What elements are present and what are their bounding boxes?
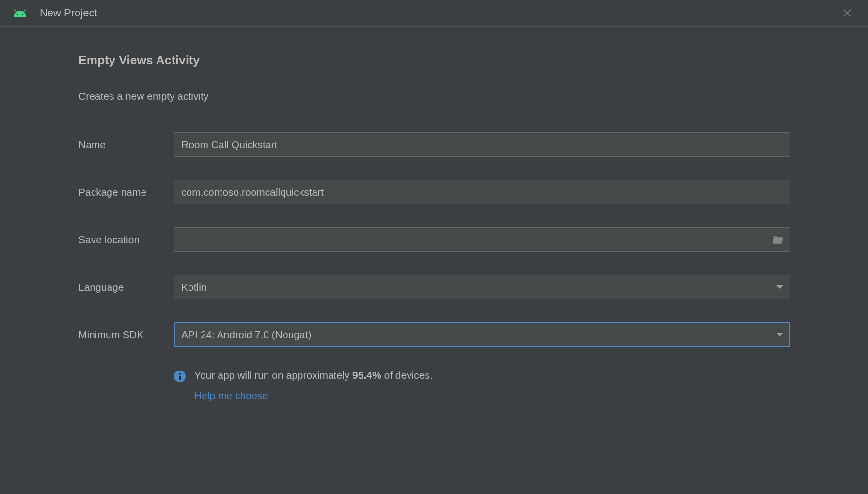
chevron-down-icon [776,285,783,289]
save-location-label: Save location [79,234,174,246]
content-area: Empty Views Activity Creates a new empty… [0,27,868,401]
package-name-input[interactable] [174,180,790,204]
window-title: New Project [40,7,97,19]
language-label: Language [79,281,174,293]
svg-point-0 [17,14,18,15]
package-name-label: Package name [79,186,174,198]
language-value: Kotlin [181,281,772,293]
language-dropdown[interactable]: Kotlin [174,275,790,299]
chevron-down-icon [776,333,783,336]
android-icon [14,7,26,19]
minimum-sdk-value: API 24: Android 7.0 (Nougat) [181,329,772,340]
folder-icon [773,235,783,244]
help-me-choose-link[interactable]: Help me choose [194,390,433,401]
browse-folder-button[interactable] [773,235,783,244]
svg-rect-3 [179,376,181,380]
minimum-sdk-dropdown[interactable]: API 24: Android 7.0 (Nougat) [174,322,790,347]
titlebar: New Project [0,0,868,27]
sdk-coverage-text: Your app will run on approximately 95.4%… [194,370,433,381]
save-location-input[interactable] [174,227,790,252]
page-heading: Empty Views Activity [79,53,790,67]
info-icon [174,370,186,382]
name-input[interactable] [174,132,790,157]
titlebar-left: New Project [14,7,97,19]
close-button[interactable] [840,6,854,20]
sdk-info-row: Your app will run on approximately 95.4%… [174,370,790,401]
minimum-sdk-label: Minimum SDK [79,329,174,340]
name-field[interactable] [181,139,783,151]
page-subtitle: Creates a new empty activity [79,91,790,102]
save-location-field[interactable] [181,234,773,246]
name-label: Name [79,139,174,151]
svg-point-1 [22,14,23,15]
package-name-field[interactable] [181,186,783,198]
close-icon [843,9,851,17]
name-row: Name [79,132,790,157]
info-text-wrap: Your app will run on approximately 95.4%… [194,370,433,401]
minimum-sdk-row: Minimum SDK API 24: Android 7.0 (Nougat) [79,322,790,347]
language-row: Language Kotlin [79,275,790,299]
svg-point-2 [179,373,181,375]
save-location-row: Save location [79,227,790,252]
package-name-row: Package name [79,180,790,204]
